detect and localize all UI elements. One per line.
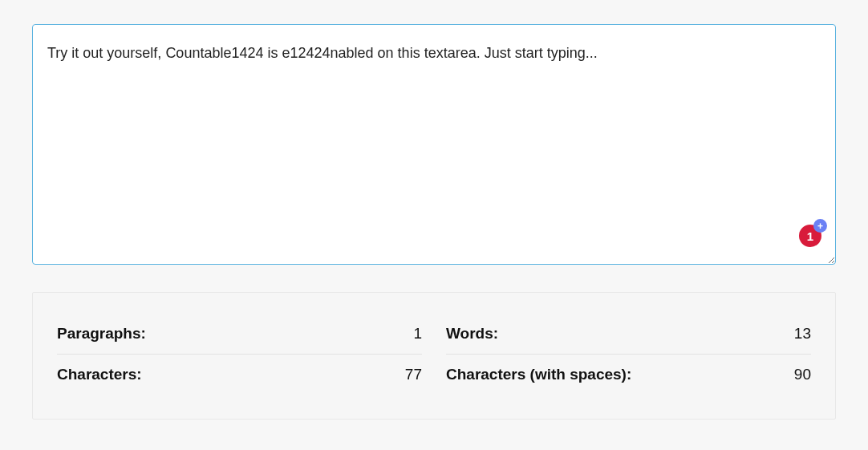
error-count-badge[interactable]: 1 + xyxy=(799,225,821,247)
demo-textarea[interactable] xyxy=(32,24,836,265)
textarea-wrapper: 1 + xyxy=(32,24,836,268)
stats-col-left: Paragraphs: 1 Characters: 77 xyxy=(57,314,422,395)
error-badge-group[interactable]: 1 + xyxy=(799,225,821,247)
stat-row-characters-spaces: Characters (with spaces): 90 xyxy=(446,355,811,395)
stat-label-characters-spaces: Characters (with spaces): xyxy=(446,366,631,383)
stat-label-characters: Characters: xyxy=(57,366,142,383)
stat-label-paragraphs: Paragraphs: xyxy=(57,325,146,343)
stat-value-words: 13 xyxy=(794,325,811,343)
plus-icon[interactable]: + xyxy=(813,219,827,233)
plus-icon-glyph: + xyxy=(817,221,823,231)
stat-value-characters: 77 xyxy=(405,366,422,383)
stat-value-paragraphs: 1 xyxy=(413,325,422,343)
stats-col-right: Words: 13 Characters (with spaces): 90 xyxy=(446,314,811,395)
stat-row-words: Words: 13 xyxy=(446,314,811,355)
stat-label-words: Words: xyxy=(446,325,498,343)
stat-row-characters: Characters: 77 xyxy=(57,355,422,395)
error-count-number: 1 xyxy=(807,229,813,243)
stats-panel: Paragraphs: 1 Characters: 77 Words: 13 C… xyxy=(32,292,836,420)
stat-value-characters-spaces: 90 xyxy=(794,366,811,383)
stat-row-paragraphs: Paragraphs: 1 xyxy=(57,314,422,355)
